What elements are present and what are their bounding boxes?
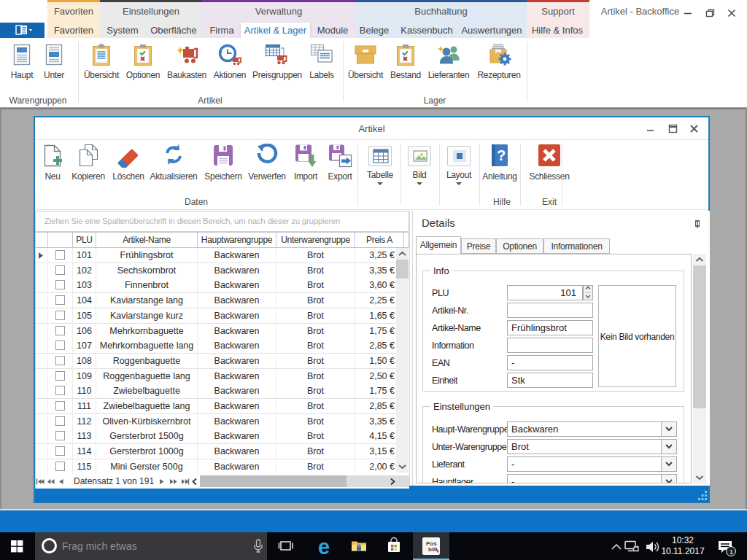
svg-text:?: ? bbox=[497, 147, 506, 163]
svg-text:1: 1 bbox=[729, 548, 733, 556]
svg-text:bill: bill bbox=[428, 546, 437, 553]
